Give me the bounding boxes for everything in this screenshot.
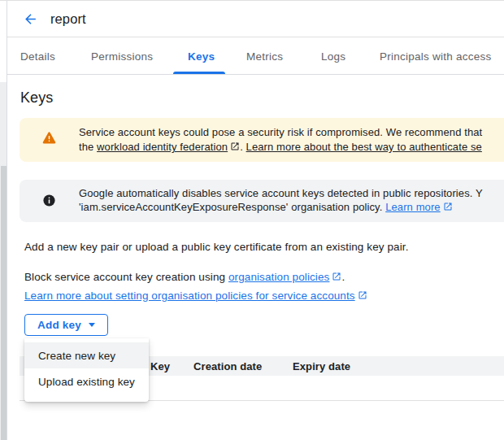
external-link-icon bbox=[230, 141, 240, 150]
warning-line2: the workload identity federation. Learn … bbox=[79, 140, 504, 155]
tab-logs[interactable]: Logs bbox=[321, 38, 345, 74]
add-key-button[interactable]: Add key bbox=[24, 314, 108, 336]
info-line2: 'iam.serviceAccountKeyExposureResponse' … bbox=[79, 200, 504, 214]
menu-item-upload-existing-key[interactable]: Upload existing key bbox=[24, 368, 149, 394]
warning-triangle-icon bbox=[42, 131, 56, 148]
top-bar: report bbox=[7, 1, 504, 37]
chevron-down-icon bbox=[89, 323, 95, 327]
column-header-key: Key bbox=[150, 356, 170, 376]
external-link-icon bbox=[332, 269, 341, 279]
info-line1: Google automatically disables service ac… bbox=[79, 186, 504, 200]
menu-item-create-new-key[interactable]: Create new key bbox=[24, 342, 149, 368]
column-header-expiry-date: Expiry date bbox=[293, 356, 350, 376]
learn-more-link[interactable]: Learn more bbox=[385, 201, 440, 213]
back-button[interactable] bbox=[22, 11, 38, 27]
tab-bar: Details Permissions Keys Metrics Logs Pr… bbox=[7, 38, 504, 75]
panel-left-edge bbox=[0, 1, 7, 440]
warning-banner: Service account keys could pose a securi… bbox=[20, 118, 504, 162]
warning-banner-text: Service account keys could pose a securi… bbox=[79, 118, 504, 155]
warning-line1: Service account keys could pose a securi… bbox=[79, 125, 504, 140]
tab-permissions[interactable]: Permissions bbox=[91, 38, 153, 74]
scrollbar-track[interactable] bbox=[0, 82, 7, 440]
intro-paragraph: Add a new key pair or upload a public ke… bbox=[24, 241, 409, 253]
info-banner-text: Google automatically disables service ac… bbox=[79, 180, 504, 214]
external-link-icon bbox=[358, 288, 367, 298]
tab-details[interactable]: Details bbox=[20, 38, 55, 74]
tab-keys[interactable]: Keys bbox=[188, 38, 215, 74]
add-key-label: Add key bbox=[37, 319, 81, 331]
block-key-line: Block service account key creation using… bbox=[24, 268, 367, 287]
tab-principals-with-access[interactable]: Principals with access bbox=[380, 38, 492, 74]
scrollbar-thumb[interactable] bbox=[1, 166, 7, 440]
learn-more-setting-line: Learn more about setting organisation po… bbox=[24, 287, 367, 306]
info-icon bbox=[42, 194, 56, 211]
tab-metrics[interactable]: Metrics bbox=[246, 38, 283, 74]
section-heading: Keys bbox=[20, 89, 53, 107]
external-link-icon bbox=[443, 201, 453, 211]
organisation-policies-link[interactable]: organisation policies bbox=[228, 271, 329, 283]
active-tab-underline bbox=[173, 72, 225, 74]
add-key-dropdown-menu: Create new key Upload existing key bbox=[24, 338, 149, 402]
page-title: report bbox=[50, 11, 86, 27]
learn-more-setting-policies-link[interactable]: Learn more about setting organisation po… bbox=[24, 290, 355, 302]
page-frame: report Details Permissions Keys Metrics … bbox=[0, 0, 504, 440]
block-key-paragraph: Block service account key creation using… bbox=[24, 268, 367, 305]
column-header-creation-date: Creation date bbox=[193, 356, 262, 376]
info-banner: Google automatically disables service ac… bbox=[20, 180, 504, 222]
learn-more-authenticate-link[interactable]: Learn more about the best way to authent… bbox=[246, 141, 482, 153]
back-arrow-icon bbox=[23, 11, 38, 27]
workload-identity-federation-link[interactable]: workload identity federation bbox=[97, 141, 228, 153]
